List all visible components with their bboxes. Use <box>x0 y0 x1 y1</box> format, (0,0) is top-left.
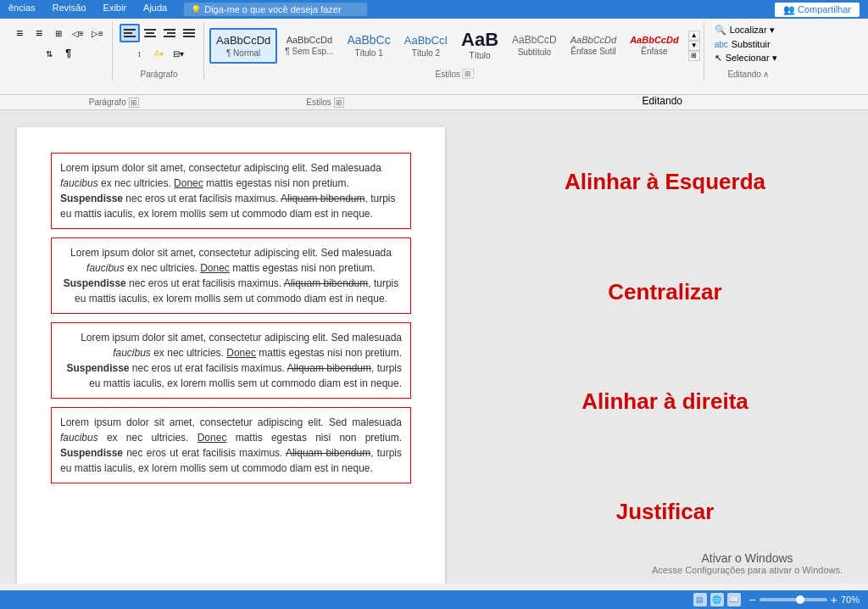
border-button[interactable]: ⊟▾ <box>170 44 188 63</box>
alignment-group: ↕ A▾ ⊟▾ Parágrafo <box>114 22 204 81</box>
strikethrough-text-2: Aliquam bibendum <box>284 277 368 289</box>
bold-text-2: Suspendisse <box>64 277 126 289</box>
activate-windows: Ativar o Windows Acesse Configurações pa… <box>652 551 843 575</box>
para-section-labels: Parágrafo ⊞ Estilos ⊞ <box>5 95 462 109</box>
svg-rect-3 <box>144 29 156 31</box>
paragraph-center: Lorem ipsum dolor sit amet, consectetur … <box>51 237 411 314</box>
zoom-slider[interactable] <box>760 598 827 601</box>
align-left-button[interactable] <box>120 24 140 42</box>
svg-rect-0 <box>124 29 136 31</box>
activate-subtitle: Acesse Configurações para ativar o Windo… <box>652 565 843 575</box>
svg-rect-6 <box>164 29 175 31</box>
align-center-button[interactable] <box>141 24 159 42</box>
underline-text-4: Donec <box>198 432 227 444</box>
line-spacing-button[interactable]: ↕ <box>131 44 149 63</box>
editing-collapse-icon[interactable]: ∧ <box>763 70 769 79</box>
paragraph-right: Lorem ipsum dolor sit amet, consectetur … <box>51 322 411 399</box>
menu-bar: ências Revisão Exibir Ajuda 💡 Diga-me o … <box>8 3 367 16</box>
increase-indent-button[interactable]: ▷≡ <box>88 24 107 42</box>
menu-item-exibir[interactable]: Exibir <box>103 3 127 16</box>
menu-item-ajuda[interactable]: Ajuda <box>143 3 167 16</box>
section-labels: Parágrafo ⊞ Estilos ⊞ Editando <box>0 95 868 110</box>
paragraph-label: Parágrafo <box>141 70 178 79</box>
style-sem-espacamento[interactable]: AaBbCcDd ¶ Sem Esp... <box>279 28 339 64</box>
justify-button[interactable] <box>180 24 198 42</box>
activate-title: Ativar o Windows <box>652 551 843 565</box>
svg-rect-4 <box>146 32 154 34</box>
svg-rect-10 <box>183 32 195 34</box>
svg-rect-5 <box>144 36 156 37</box>
select-icon: ↖ <box>715 53 722 64</box>
strikethrough-text-4: Aliquam bibendum <box>286 447 370 459</box>
multilevel-list-button[interactable]: ⊞ <box>49 24 68 42</box>
list-group: ≡ ≡ ⊞ ◁≡ ▷≡ ⇅ ¶ <box>5 22 113 81</box>
style-titulo1[interactable]: AaBbCc Título 1 <box>341 28 396 64</box>
italic-text-4: faucibus <box>60 432 98 444</box>
editing-label: Editando ∧ <box>727 70 768 79</box>
italic-text-3: faucibus <box>113 347 151 359</box>
menu-item-ndencias[interactable]: ências <box>8 3 36 16</box>
strikethrough-text: Aliquam bibendum <box>281 193 364 204</box>
shading-button[interactable]: A▾ <box>150 44 169 63</box>
style-enfase-sutil[interactable]: AaBbCcDd Ênfase Sutil <box>565 28 622 64</box>
replace-icon: abc <box>715 40 728 49</box>
search-icon: 🔍 <box>715 25 726 36</box>
align-right-button[interactable] <box>160 24 179 42</box>
labels-area: Alinhar à Esquerda Centralizar Alinhar à… <box>462 110 868 584</box>
underline-text: Donec <box>174 177 203 189</box>
decrease-indent-button[interactable]: ◁≡ <box>69 24 87 42</box>
style-scroll-down[interactable]: ▼ <box>688 41 700 51</box>
styles-expand-icon[interactable]: ⊞ <box>462 69 474 79</box>
paragraph-left: Lorem ipsum dolor sit amet, consectetur … <box>51 153 411 229</box>
styles-section-label: Estilos ⊞ <box>306 95 377 109</box>
styles-group: AaBbCcDd ¶ Normal AaBbCcDd ¶ Sem Esp... … <box>206 22 704 81</box>
paragraph-section-label: Parágrafo ⊞ <box>89 95 139 109</box>
replace-button[interactable]: abc Substituir <box>711 38 786 50</box>
search-box[interactable]: 💡 Diga-me o que você deseja fazer <box>184 3 366 16</box>
zoom-thumb <box>796 595 804 604</box>
styles-expand-icon2[interactable]: ⊞ <box>334 98 344 108</box>
style-normal[interactable]: AaBbCcDd ¶ Normal <box>209 28 277 64</box>
svg-rect-2 <box>124 36 136 37</box>
read-mode-icon[interactable]: 📖 <box>727 593 741 606</box>
bold-text-3: Suspendisse <box>66 362 129 374</box>
svg-rect-7 <box>167 32 175 34</box>
style-scroll-more[interactable]: ⊞ <box>688 51 700 61</box>
italic-text: faucibus <box>60 177 98 189</box>
style-subtitulo[interactable]: AaBbCcD Subtítulo <box>506 28 563 64</box>
paragraph-justify: Lorem ipsum dolor sit amet, consectetur … <box>51 407 411 483</box>
share-button[interactable]: 👥 Compartilhar <box>775 3 860 17</box>
zoom-level: 70% <box>841 595 860 605</box>
italic-text-2: faucibus <box>86 262 125 274</box>
editing-group: 🔍 Localizar ▾ abc Substituir ↖ Seleciona… <box>706 22 791 81</box>
zoom-out-button[interactable]: − <box>749 593 756 606</box>
share-icon: 👥 <box>783 4 795 15</box>
sort-button[interactable]: ⇅ <box>40 44 58 63</box>
menu-item-revisao[interactable]: Revisão <box>53 3 86 16</box>
bold-text-4: Suspendisse <box>60 447 123 459</box>
style-titulo[interactable]: AaB Título <box>455 28 504 64</box>
style-scroll-up[interactable]: ▲ <box>688 31 700 41</box>
print-layout-icon[interactable]: ▤ <box>693 593 707 606</box>
bullet-list-button[interactable]: ≡ <box>10 24 29 42</box>
svg-rect-9 <box>183 29 195 31</box>
style-enfase[interactable]: AaBbCcDd Ênfase <box>624 28 684 64</box>
web-layout-icon[interactable]: 🌐 <box>710 593 724 606</box>
main-area: Lorem ipsum dolor sit amet, consectetur … <box>0 110 868 584</box>
align-right-label: Alinhar à direita <box>581 388 748 415</box>
zoom-control: − + 70% <box>749 593 860 606</box>
svg-rect-8 <box>164 36 175 37</box>
show-marks-button[interactable]: ¶ <box>59 44 78 63</box>
style-titulo2[interactable]: AaBbCcI Título 2 <box>398 28 453 64</box>
top-bar: ências Revisão Exibir Ajuda 💡 Diga-me o … <box>0 0 868 19</box>
styles-label: Estilos ⊞ <box>436 69 474 79</box>
style-scroll: ▲ ▼ ⊞ <box>688 31 700 61</box>
select-button[interactable]: ↖ Selecionar ▾ <box>711 52 786 64</box>
underline-text-2: Donec <box>200 262 230 274</box>
svg-rect-1 <box>124 32 132 34</box>
paragraph-expand-icon[interactable]: ⊞ <box>129 98 139 108</box>
numbered-list-button[interactable]: ≡ <box>30 24 48 42</box>
find-button[interactable]: 🔍 Localizar ▾ <box>711 24 786 36</box>
document-page: Lorem ipsum dolor sit amet, consectetur … <box>17 127 445 584</box>
zoom-in-button[interactable]: + <box>831 593 837 606</box>
